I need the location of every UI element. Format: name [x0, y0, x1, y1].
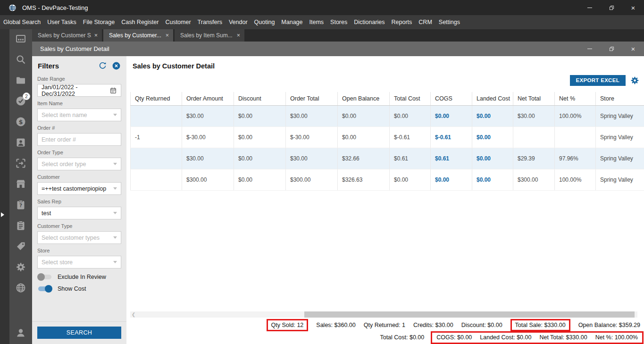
- cell-discount: $0.00: [234, 169, 285, 190]
- scan-icon[interactable]: [15, 158, 26, 169]
- search-button[interactable]: SEARCH: [37, 327, 121, 339]
- minimize-icon[interactable]: [579, 42, 601, 56]
- menu-item-stores[interactable]: Stores: [327, 19, 351, 25]
- menu-item-crm[interactable]: CRM: [415, 19, 435, 25]
- restore-icon[interactable]: [601, 0, 622, 15]
- filter-title: Filters: [38, 62, 98, 70]
- filter-field-customer-type[interactable]: Select customer types: [37, 231, 121, 244]
- menu-item-cash-register[interactable]: Cash Register: [118, 19, 162, 25]
- column-header-total-cost[interactable]: Total Cost: [389, 92, 430, 105]
- tab-close-icon[interactable]: ×: [237, 32, 240, 39]
- menu-item-global-search[interactable]: Global Search: [0, 19, 44, 25]
- column-header-order-amount[interactable]: Order Amount: [182, 92, 234, 105]
- filter-field-store[interactable]: Select store: [37, 256, 121, 268]
- column-header-open-balance[interactable]: Open Balance: [337, 92, 389, 105]
- chevron-down-icon[interactable]: [113, 163, 117, 165]
- help-clipboard-icon[interactable]: ?: [15, 199, 26, 210]
- tasks-icon[interactable]: 2: [15, 95, 26, 107]
- menu-item-reports[interactable]: Reports: [388, 19, 416, 25]
- filter-field-order[interactable]: [37, 133, 121, 146]
- summary-sales: Sales: $360.00: [316, 322, 355, 328]
- tab-close-icon[interactable]: ×: [94, 32, 98, 39]
- cell-net-total: [513, 127, 554, 148]
- highlight-box: COGS: $0.00Landed Cost: $0.00Net Total: …: [431, 331, 644, 344]
- filter-field-item-name[interactable]: Select item name: [37, 109, 121, 121]
- menu-item-user-tasks[interactable]: User Tasks: [44, 19, 80, 25]
- tab-sales-by-customer[interactable]: Sales by Customer...×: [103, 29, 173, 42]
- table-row[interactable]: $30.00$0.00$30.00$32.66$0.61$0.61$0.00$2…: [130, 148, 644, 169]
- column-header-order-total[interactable]: Order Total: [285, 92, 337, 105]
- filter-input-order[interactable]: [42, 136, 117, 143]
- contacts-icon[interactable]: [15, 137, 26, 148]
- close-icon[interactable]: ×: [622, 42, 644, 56]
- clipboard-icon[interactable]: [15, 220, 26, 231]
- search-icon[interactable]: [15, 54, 26, 65]
- cell-landed-cost[interactable]: $0.00: [472, 148, 513, 169]
- grid-settings-gear-icon[interactable]: [630, 76, 640, 85]
- menu-item-quoting[interactable]: Quoting: [251, 19, 278, 25]
- cell-cogs[interactable]: $0.00: [430, 169, 472, 190]
- export-excel-button[interactable]: EXPORT EXCEL: [570, 75, 626, 86]
- menu-item-manage[interactable]: Manage: [278, 19, 306, 25]
- calendar-icon[interactable]: [109, 87, 117, 94]
- summary-net-total: Net Total: $330.00: [539, 334, 587, 341]
- close-icon[interactable]: ×: [622, 0, 644, 15]
- toggle-switch-exclude-in-review[interactable]: [38, 275, 51, 279]
- column-header-net-total[interactable]: Net Total: [513, 92, 554, 105]
- filter-field-customer[interactable]: =++test castomerpiopiop: [37, 182, 121, 195]
- cell-landed-cost[interactable]: $0.00: [472, 106, 513, 126]
- tag-icon[interactable]: [15, 241, 26, 252]
- scroll-left-icon[interactable]: ❮: [130, 311, 137, 318]
- store-icon[interactable]: [15, 178, 26, 190]
- chevron-down-icon[interactable]: [113, 236, 117, 239]
- filter-field-order-type[interactable]: Select order type: [37, 158, 121, 170]
- cell-cogs[interactable]: $-0.61: [430, 127, 472, 148]
- filter-field-sales-rep[interactable]: test: [37, 207, 121, 219]
- chevron-down-icon[interactable]: [113, 114, 117, 116]
- chevron-down-icon[interactable]: [113, 261, 117, 263]
- refresh-icon[interactable]: [98, 61, 107, 70]
- table-row[interactable]: -1$-30.00$0.00$-30.00$0.00$-0.61$-0.61$0…: [130, 127, 644, 148]
- cell-cogs[interactable]: $0.61: [430, 148, 472, 169]
- menu-item-file-storage[interactable]: File Storage: [80, 19, 118, 25]
- column-header-cogs[interactable]: COGS: [430, 92, 472, 105]
- filter-field-date-range[interactable]: Jan/01/2022 - Dec/31/2022: [37, 84, 121, 97]
- cell-landed-cost[interactable]: $0.00: [472, 127, 513, 148]
- filter-label-store: Store: [37, 248, 121, 253]
- close-circle-icon[interactable]: [112, 61, 121, 70]
- report-window-title: Sales by Customer Detail: [40, 45, 109, 52]
- tab-sales-by-item-sum[interactable]: Sales by Item Sum...×: [175, 29, 244, 42]
- minimize-icon[interactable]: [579, 0, 601, 15]
- globe-icon[interactable]: [15, 282, 26, 294]
- menu-item-vendor[interactable]: Vendor: [226, 19, 251, 25]
- scrollbar-thumb[interactable]: [304, 311, 635, 318]
- restore-icon[interactable]: [601, 42, 622, 56]
- tab-sales-by-customer-s[interactable]: Sales by Customer S...×: [32, 29, 102, 42]
- table-row[interactable]: $300.00$0.00$300.00$326.63$0.00$0.00$0.0…: [130, 169, 644, 191]
- column-header-net[interactable]: Net %: [554, 92, 595, 105]
- horizontal-scrollbar[interactable]: ❮: [130, 311, 637, 318]
- user-icon[interactable]: [15, 327, 26, 338]
- search-area: SEARCH: [32, 321, 126, 344]
- column-header-discount[interactable]: Discount: [234, 92, 285, 105]
- cell-cogs[interactable]: $0.00: [430, 106, 472, 126]
- gear-icon[interactable]: [15, 261, 26, 273]
- cell-landed-cost[interactable]: $0.00: [472, 169, 513, 190]
- column-header-store[interactable]: Store: [595, 92, 644, 105]
- table-row[interactable]: $30.00$0.00$30.00$0.00$0.00$0.00$0.00$30…: [130, 106, 644, 127]
- expand-arrow-icon[interactable]: [1, 212, 4, 217]
- menu-item-customer[interactable]: Customer: [162, 19, 194, 25]
- column-header-qty-returned[interactable]: Qty Returned: [130, 92, 182, 105]
- menu-item-settings[interactable]: Settings: [435, 19, 463, 25]
- chevron-down-icon[interactable]: [113, 212, 117, 214]
- menu-item-transfers[interactable]: Transfers: [194, 19, 226, 25]
- column-header-landed-cost[interactable]: Landed Cost: [472, 92, 513, 105]
- folder-icon[interactable]: [15, 75, 26, 86]
- chevron-down-icon[interactable]: [113, 187, 117, 190]
- tab-close-icon[interactable]: ×: [166, 32, 169, 39]
- money-icon[interactable]: $: [15, 116, 26, 127]
- menu-item-items[interactable]: Items: [306, 19, 327, 25]
- toggle-switch-show-cost[interactable]: [38, 286, 51, 291]
- register-panel-icon[interactable]: [15, 33, 26, 44]
- menu-item-dictionaries[interactable]: Dictionaries: [351, 19, 388, 25]
